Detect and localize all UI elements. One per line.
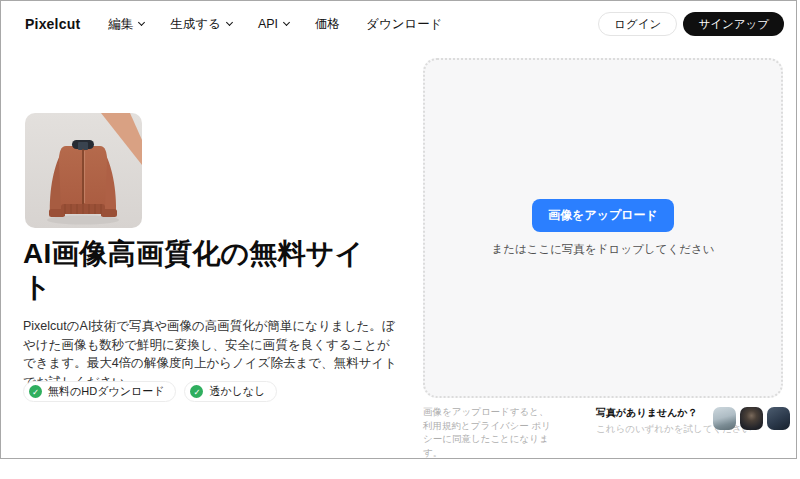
terms-note: 画像をアップロードすると、利用規約とプライバシー ポリシーに同意したことになりま… [423,405,557,459]
sample-thumb-car[interactable] [767,407,790,430]
sample-thumb-landscape[interactable] [713,407,736,430]
drop-hint-text: またはここに写真をドロップしてください [491,242,714,257]
badge-free-hd-download: ✓ 無料のHDダウンロード [23,381,176,402]
nav-item-download[interactable]: ダウンロード [366,16,442,33]
top-nav: Pixelcut 編集 生成する API 価格 ダウンロード ログイン サインア… [1,1,796,47]
nav-item-label: 生成する [170,16,221,33]
nav-item-label: API [258,17,278,31]
chevron-down-icon [283,19,290,26]
nav-item-label: 価格 [315,16,340,33]
upload-button[interactable]: 画像をアップロード [532,199,674,232]
page-title: AI画像高画質化の無料サイト [23,237,371,303]
feature-badges: ✓ 無料のHDダウンロード ✓ 透かしなし [23,381,277,402]
nav-item-label: 編集 [108,16,133,33]
badge-label: 透かしなし [209,384,265,399]
badge-no-watermark: ✓ 透かしなし [184,381,277,402]
browser-viewport: Pixelcut 編集 生成する API 価格 ダウンロード ログイン サインア… [0,0,797,459]
jacket-sample-image [25,113,142,228]
chevron-down-icon [226,19,233,26]
chevron-down-icon [138,19,145,26]
login-button[interactable]: ログイン [598,12,677,36]
nav-menu: 編集 生成する API 価格 ダウンロード [108,16,442,33]
nav-item-label: ダウンロード [366,16,442,33]
badge-label: 無料のHDダウンロード [48,384,164,399]
sample-thumbnails [713,407,790,430]
jacket-illustration [25,113,142,228]
nav-item-edit[interactable]: 編集 [108,16,144,33]
nav-item-pricing[interactable]: 価格 [315,16,340,33]
no-photo-block: 写真がありませんか？ これらのいずれかを試してください [596,406,716,436]
no-photo-title: 写真がありませんか？ [596,406,716,420]
checkmark-icon: ✓ [29,385,42,398]
checkmark-icon: ✓ [190,385,203,398]
sample-thumb-portrait[interactable] [740,407,763,430]
signup-button[interactable]: サインアップ [683,12,784,36]
pixelcut-logo[interactable]: Pixelcut [25,16,80,32]
nav-item-api[interactable]: API [258,17,289,31]
nav-item-generate[interactable]: 生成する [170,16,232,33]
nav-actions: ログイン サインアップ [598,12,784,36]
hero-description: PixelcutのAI技術で写真や画像の高画質化が簡単になりました。ぼやけた画像… [23,317,401,391]
upload-dropzone[interactable]: 画像をアップロード またはここに写真をドロップしてください [423,58,783,398]
no-photo-caption: これらのいずれかを試してください [596,423,716,436]
